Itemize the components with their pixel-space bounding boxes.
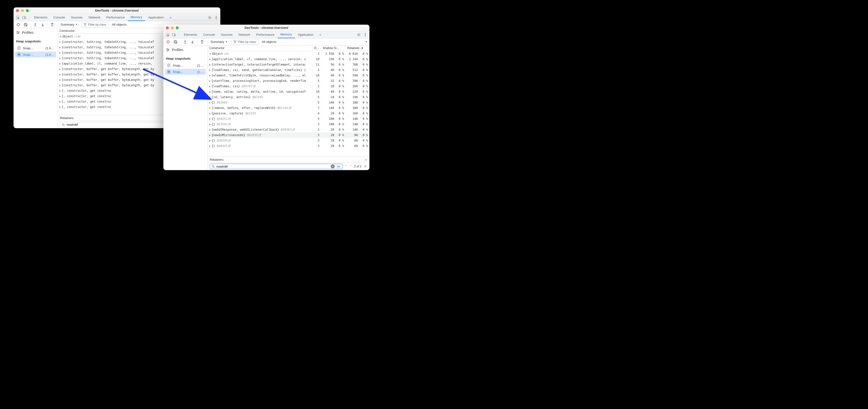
table-row[interactable]: {remove, before, after, replaceWith} @62…: [208, 105, 369, 111]
save-profile-icon[interactable]: [40, 22, 45, 27]
tab-network[interactable]: Network: [236, 31, 253, 38]
table-row[interactable]: {loadTimes, csi, send, getVariableValue,…: [208, 67, 369, 73]
close-search-icon[interactable]: ✕: [363, 165, 368, 168]
next-match-icon[interactable]: ˅: [349, 165, 353, 168]
filter-placeholder: Filter by class: [88, 23, 106, 26]
tab-elements[interactable]: Elements: [31, 14, 50, 21]
prev-match-icon[interactable]: ˄: [344, 165, 348, 168]
class-filter-input[interactable]: Filter by class: [231, 39, 258, 45]
clear-button[interactable]: [23, 22, 28, 27]
clear-search-icon[interactable]: ✕: [331, 165, 335, 168]
load-profile-icon[interactable]: [33, 22, 38, 27]
table-row[interactable]: Object×45 2 1 5560 % 6 6160 %: [208, 51, 369, 56]
table-row[interactable]: {loadTimes, csi} @49707 2 280 % 2600 %: [208, 84, 369, 89]
traffic-lights[interactable]: [166, 26, 179, 29]
table-row[interactable]: {} @34253 3 1080 % 1480 %: [208, 116, 369, 121]
table-row[interactable]: {webUIResponse, webUIListenerCallback} @…: [208, 127, 369, 133]
inspect-element-icon[interactable]: [15, 15, 21, 20]
tab-memory[interactable]: Memory: [128, 14, 145, 21]
profiles-header[interactable]: Profiles: [163, 46, 208, 53]
tab-performance[interactable]: Performance: [103, 14, 127, 21]
profiles-sidebar: Profiles Heap snapshots Snap…(1.…Snap…(1…: [163, 46, 208, 170]
minimize-window-icon[interactable]: [171, 26, 174, 29]
table-row[interactable]: {name, value, rating, delta, entries, id…: [208, 89, 369, 94]
load-profile-icon[interactable]: [182, 39, 188, 45]
tabs-overflow-icon[interactable]: »: [166, 14, 174, 21]
table-row[interactable]: {nowInMicroseconds} @62039 3 280 % 960 %: [208, 133, 369, 138]
maximize-window-icon[interactable]: [176, 26, 179, 29]
record-button[interactable]: [165, 39, 171, 45]
tab-sources[interactable]: Sources: [218, 31, 236, 38]
tab-console[interactable]: Console: [200, 31, 218, 38]
inspect-element-icon[interactable]: [165, 32, 170, 37]
device-toolbar-icon[interactable]: [171, 32, 177, 37]
heap-table: Constructor Di... Shallow Si... Retained…: [208, 46, 369, 170]
tab-sources[interactable]: Sources: [68, 14, 86, 21]
table-row[interactable]: {} @46455 3 280 % 680 %: [208, 143, 369, 149]
window-title: DevTools - chrome://version/: [13, 9, 220, 12]
tab-application[interactable]: Application: [295, 31, 317, 38]
table-row[interactable]: {} @53541 3 1080 % 1480 %: [208, 121, 369, 127]
tab-network[interactable]: Network: [86, 14, 103, 21]
close-window-icon[interactable]: [166, 26, 169, 29]
search-field[interactable]: [216, 165, 329, 168]
col-shallow-size[interactable]: Shallow Si...: [321, 46, 346, 51]
tab-performance[interactable]: Performance: [253, 31, 277, 38]
panel-tabstrip: Elements Console Sources Network Perform…: [163, 31, 369, 38]
titlebar[interactable]: DevTools - chrome://version/: [13, 7, 220, 14]
tabs-overflow-icon[interactable]: »: [316, 31, 324, 38]
table-row[interactable]: {} @38399 3 280 % 680 %: [208, 138, 369, 143]
class-filter-input[interactable]: Filter by class: [81, 22, 108, 27]
table-row[interactable]: {id, latency, entries} @62345 5 240 % 19…: [208, 94, 369, 100]
traffic-lights[interactable]: [16, 9, 29, 12]
table-row[interactable]: {passive, capture} @62293 4 200 % 1600 %: [208, 111, 369, 116]
profiles-header[interactable]: Profiles: [13, 29, 58, 36]
table-row[interactable]: {element, timeToFirstByte, resourceLoadD…: [208, 73, 369, 78]
titlebar[interactable]: DevTools - chrome://version/: [163, 25, 369, 31]
delete-profile-icon[interactable]: [199, 39, 205, 45]
maximize-window-icon[interactable]: [26, 9, 29, 12]
snapshot-item[interactable]: Snap…(1.…: [165, 69, 206, 75]
table-row[interactable]: {startTime, processingStart, processingE…: [208, 78, 369, 84]
sliders-icon: [16, 31, 20, 34]
tab-elements[interactable]: Elements: [181, 31, 200, 38]
table-row[interactable]: {application_label, cl, command_line, ..…: [208, 56, 369, 62]
retainers-header[interactable]: Retainers: [208, 156, 369, 163]
panel-tabstrip: Elements Console Sources Network Perform…: [13, 14, 220, 21]
device-toolbar-icon[interactable]: [22, 15, 27, 20]
delete-profile-icon[interactable]: [50, 22, 55, 27]
heap-section-label: Heap snapshots: [163, 53, 208, 62]
settings-gear-icon[interactable]: [356, 32, 362, 37]
dropdown-label: Summary: [61, 23, 74, 26]
snapshot-item[interactable]: Snap…(1.6…: [15, 45, 56, 51]
objects-scope-dropdown[interactable]: All objects: [260, 39, 278, 44]
search-input[interactable]: ✕ Aa: [210, 164, 343, 169]
tab-console[interactable]: Console: [50, 14, 68, 21]
tab-application[interactable]: Application: [145, 14, 167, 21]
view-mode-dropdown[interactable]: Summary ▼: [59, 22, 80, 27]
col-distance[interactable]: Di...: [313, 46, 321, 51]
settings-gear-icon[interactable]: [207, 15, 212, 20]
lines-icon[interactable]: [365, 158, 368, 161]
save-profile-icon[interactable]: [190, 39, 195, 45]
snapshot-item[interactable]: Snap…(1.…: [165, 62, 206, 68]
objects-scope-dropdown[interactable]: All objects: [111, 22, 128, 27]
table-row[interactable]: {} @42663 5 1400 % 1800 %: [208, 100, 369, 105]
col-retained-size[interactable]: Retained...▾: [346, 46, 369, 51]
table-row[interactable]: {interactionTarget, interactionTargetEle…: [208, 62, 369, 67]
chevron-down-icon[interactable]: ▼: [365, 40, 368, 43]
search-icon: [62, 123, 65, 126]
clear-button[interactable]: [173, 39, 178, 45]
match-case-toggle[interactable]: Aa: [336, 165, 341, 168]
more-menu-icon[interactable]: [363, 32, 368, 37]
devtools-window-2: DevTools - chrome://version/ Elements Co…: [163, 25, 369, 170]
close-window-icon[interactable]: [16, 9, 19, 12]
snapshot-item[interactable]: Snap…(1.6…: [15, 52, 56, 57]
tab-memory[interactable]: Memory: [278, 31, 295, 38]
col-constructor[interactable]: Constructor: [208, 46, 313, 51]
minimize-window-icon[interactable]: [21, 9, 24, 12]
more-menu-icon[interactable]: [213, 15, 219, 20]
heap-rows[interactable]: Object×45 2 1 5560 % 6 6160 % {applicati…: [208, 51, 369, 156]
record-button[interactable]: [16, 22, 21, 27]
view-mode-dropdown[interactable]: Summary ▼: [209, 39, 229, 44]
